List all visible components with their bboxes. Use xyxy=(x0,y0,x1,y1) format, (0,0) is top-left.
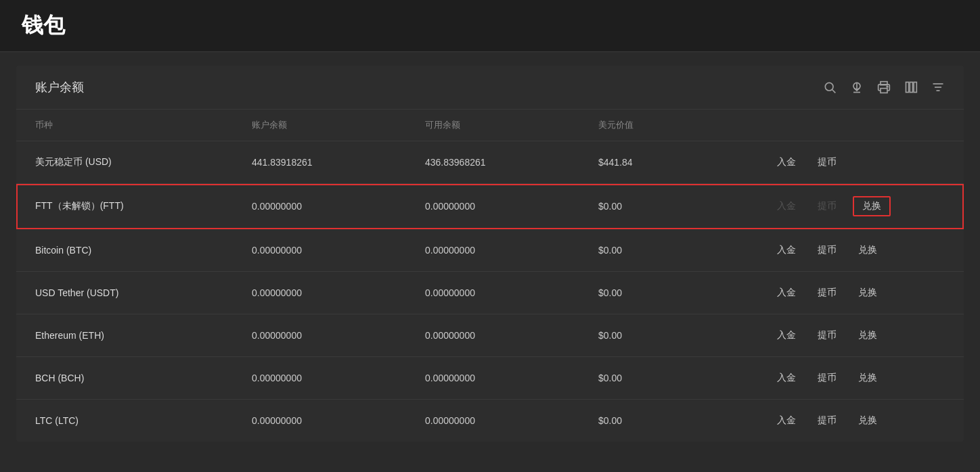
deposit-button-ftt: 入金 xyxy=(772,197,801,215)
currency-name-ltc: LTC (LTC) xyxy=(35,415,252,426)
currency-name-usdt: USD Tether (USDT) xyxy=(35,287,252,298)
svg-line-1 xyxy=(832,90,836,93)
table-row: Ethereum (ETH)0.000000000.00000000$0.00入… xyxy=(16,314,964,357)
actions-ltc: 入金提币兑换 xyxy=(772,412,945,429)
table-row: Bitcoin (BTC)0.000000000.00000000$0.00入金… xyxy=(16,229,964,272)
currency-name-ftt: FTT（未解锁）(FTT) xyxy=(35,200,252,212)
withdraw-button-ftt: 提币 xyxy=(812,197,842,215)
print-icon[interactable] xyxy=(877,80,891,94)
currency-name-eth: Ethereum (ETH) xyxy=(35,330,252,341)
currency-name-bch: BCH (BCH) xyxy=(35,373,252,383)
deposit-button-usdt[interactable]: 入金 xyxy=(772,284,801,302)
usd-value-eth: $0.00 xyxy=(598,330,772,341)
available-bch: 0.00000000 xyxy=(425,373,598,383)
exchange-button-ftt[interactable]: 兑换 xyxy=(853,196,891,216)
col-header-usd: 美元价值 xyxy=(598,119,772,131)
available-ltc: 0.00000000 xyxy=(425,415,598,426)
table-row: FTT（未解锁）(FTT)0.000000000.00000000$0.00入金… xyxy=(16,184,964,229)
actions-bch: 入金提币兑换 xyxy=(772,369,945,387)
withdraw-button-bch[interactable]: 提币 xyxy=(812,369,842,387)
available-eth: 0.00000000 xyxy=(425,330,598,341)
usd-value-usd: $441.84 xyxy=(598,157,772,168)
exchange-button-btc[interactable]: 兑换 xyxy=(853,241,883,259)
table-body: 美元稳定币 (USD)441.83918261436.83968261$441.… xyxy=(16,141,964,442)
withdraw-button-usd[interactable]: 提币 xyxy=(812,154,842,171)
available-usdt: 0.00000000 xyxy=(425,287,598,298)
actions-btc: 入金提币兑换 xyxy=(772,241,945,259)
deposit-button-eth[interactable]: 入金 xyxy=(772,327,801,344)
section-title: 账户余额 xyxy=(35,79,84,95)
table-row: LTC (LTC)0.000000000.00000000$0.00入金提币兑换 xyxy=(16,400,964,442)
balance-usdt: 0.00000000 xyxy=(252,287,425,298)
currency-name-usd: 美元稳定币 (USD) xyxy=(35,156,252,168)
page-title: 钱包 xyxy=(22,11,958,41)
available-usd: 436.83968261 xyxy=(425,157,598,168)
svg-rect-9 xyxy=(910,82,912,93)
withdraw-button-usdt[interactable]: 提币 xyxy=(812,284,842,302)
balance-ltc: 0.00000000 xyxy=(252,415,425,426)
filter-icon[interactable] xyxy=(931,80,945,94)
toolbar-icons xyxy=(823,80,945,94)
columns-icon[interactable] xyxy=(904,80,918,94)
usd-value-usdt: $0.00 xyxy=(598,287,772,298)
table-column-headers: 币种 账户余额 可用余额 美元价值 xyxy=(16,110,964,141)
exchange-button-eth[interactable]: 兑换 xyxy=(853,327,883,344)
exchange-button-usdt[interactable]: 兑换 xyxy=(853,284,883,302)
col-header-actions xyxy=(772,119,945,131)
download-icon[interactable] xyxy=(850,80,864,94)
svg-point-0 xyxy=(825,82,833,91)
main-content: 账户余额 xyxy=(16,66,964,442)
usd-value-ftt: $0.00 xyxy=(598,201,772,212)
col-header-balance: 账户余额 xyxy=(252,119,425,131)
section-header: 账户余额 xyxy=(16,66,964,110)
actions-eth: 入金提币兑换 xyxy=(772,327,945,344)
usd-value-bch: $0.00 xyxy=(598,373,772,383)
deposit-button-bch[interactable]: 入金 xyxy=(772,369,801,387)
available-ftt: 0.00000000 xyxy=(425,201,598,212)
search-icon[interactable] xyxy=(823,80,837,94)
table-row: 美元稳定币 (USD)441.83918261436.83968261$441.… xyxy=(16,141,964,184)
withdraw-button-ltc[interactable]: 提币 xyxy=(812,412,842,429)
table-row: USD Tether (USDT)0.000000000.00000000$0.… xyxy=(16,272,964,314)
col-header-available: 可用余额 xyxy=(425,119,598,131)
balance-bch: 0.00000000 xyxy=(252,373,425,383)
actions-ftt: 入金提币兑换 xyxy=(772,196,945,216)
balance-eth: 0.00000000 xyxy=(252,330,425,341)
col-header-currency: 币种 xyxy=(35,119,252,131)
table-row: BCH (BCH)0.000000000.00000000$0.00入金提币兑换 xyxy=(16,357,964,400)
currency-name-btc: Bitcoin (BTC) xyxy=(35,245,252,256)
usd-value-btc: $0.00 xyxy=(598,245,772,256)
withdraw-button-btc[interactable]: 提币 xyxy=(812,241,842,259)
svg-rect-10 xyxy=(914,82,916,93)
available-btc: 0.00000000 xyxy=(425,245,598,256)
exchange-button-ltc[interactable]: 兑换 xyxy=(853,412,883,429)
deposit-button-btc[interactable]: 入金 xyxy=(772,241,801,259)
balance-usd: 441.83918261 xyxy=(252,157,425,168)
balance-ftt: 0.00000000 xyxy=(252,201,425,212)
withdraw-button-eth[interactable]: 提币 xyxy=(812,327,842,344)
deposit-button-ltc[interactable]: 入金 xyxy=(772,412,801,429)
actions-usdt: 入金提币兑换 xyxy=(772,284,945,302)
svg-rect-8 xyxy=(906,82,909,93)
balance-btc: 0.00000000 xyxy=(252,245,425,256)
usd-value-ltc: $0.00 xyxy=(598,415,772,426)
page-header: 钱包 xyxy=(0,0,980,52)
svg-rect-6 xyxy=(881,89,887,93)
actions-usd: 入金提币 xyxy=(772,154,945,171)
exchange-button-bch[interactable]: 兑换 xyxy=(853,369,883,387)
deposit-button-usd[interactable]: 入金 xyxy=(772,154,801,171)
svg-point-7 xyxy=(887,86,888,87)
